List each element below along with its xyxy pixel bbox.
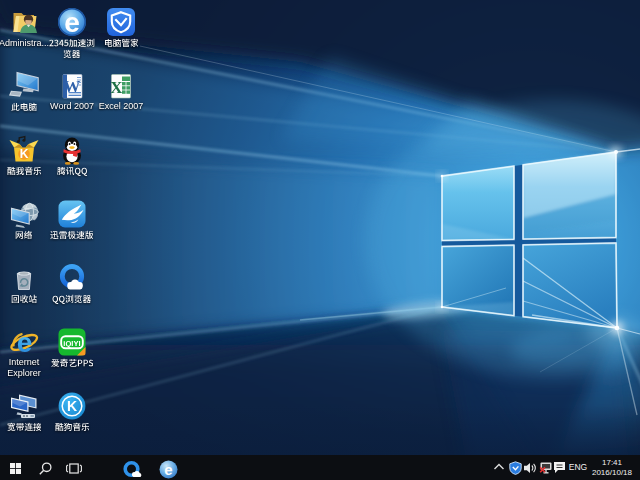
svg-text:e: e	[17, 327, 33, 357]
svg-text:e: e	[164, 461, 172, 478]
svg-text:K: K	[67, 398, 77, 414]
svg-text:X: X	[110, 78, 123, 97]
svg-text:iQIYI: iQIYI	[63, 339, 80, 348]
svg-text:K: K	[20, 147, 29, 161]
svg-text:e: e	[64, 7, 80, 37]
